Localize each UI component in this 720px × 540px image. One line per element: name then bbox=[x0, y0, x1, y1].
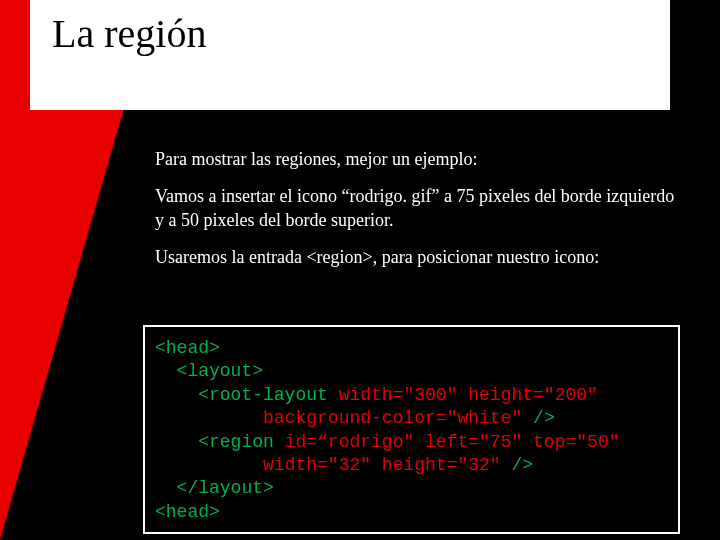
paragraph-2: Vamos a insertar el icono “rodrigo. gif”… bbox=[155, 185, 680, 232]
code-root-layout-attrs2: background-color="white" bbox=[263, 408, 522, 428]
code-region-attrs1: id=“rodrigo" left="75" top="50" bbox=[285, 432, 620, 452]
body-content: Para mostrar las regiones, mejor un ejem… bbox=[155, 148, 680, 284]
code-head-close: <head> bbox=[155, 502, 220, 522]
code-indent2 bbox=[155, 455, 263, 475]
code-region-close: /> bbox=[501, 455, 533, 475]
code-root-layout-attrs1: width="300" height="200" bbox=[339, 385, 598, 405]
code-layout-close: </layout> bbox=[155, 478, 274, 498]
code-root-layout-close: /> bbox=[522, 408, 554, 428]
title-block: La región bbox=[30, 0, 670, 110]
code-block: <head> <layout> <root-layout width="300"… bbox=[143, 325, 680, 534]
code-root-layout-tag: <root-layout bbox=[155, 385, 339, 405]
paragraph-3: Usaremos la entrada <region>, para posic… bbox=[155, 246, 680, 269]
code-indent bbox=[155, 408, 263, 428]
code-region-tag: <region bbox=[155, 432, 285, 452]
code-layout-open: <layout> bbox=[155, 361, 263, 381]
paragraph-1: Para mostrar las regiones, mejor un ejem… bbox=[155, 148, 680, 171]
slide-title: La región bbox=[52, 10, 660, 57]
code-region-attrs2: width="32" height="32" bbox=[263, 455, 501, 475]
code-head-open: <head> bbox=[155, 338, 220, 358]
